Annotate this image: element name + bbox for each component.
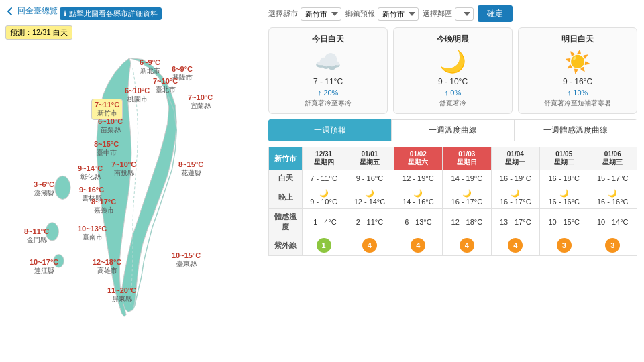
feels-temp-2: 2 - 11°C [345,209,394,235]
tonight-temp: 9 - 10°C [399,77,506,86]
back-label: 回全臺總覽 [17,5,58,17]
uv-1: 1 [303,235,345,256]
night-temp-4: 🌙 16 - 17°C [443,186,491,209]
date-0103: 01/03 星期日 [443,147,491,170]
uv-badge-1: 1 [317,238,331,253]
tomorrow-temp: 9 - 16°C [524,77,631,86]
day-temp-4: 14 - 19°C [443,170,491,186]
tomorrow-card: 明日白天 ☀️ 9 - 16°C ↑ 10% 舒寬著冷至短袖著寒暑 [518,27,637,114]
uv-6: 3 [540,235,588,256]
day-temp-3: 12 - 19°C [394,170,442,186]
uv-badge-4: 4 [460,238,474,253]
town-dropdown-label: 鄉鎮預報 [345,9,375,19]
night-icon-1: 🌙 [319,189,329,197]
feels-temp-1: -1 - 4°C [303,209,345,235]
row-label-night: 晚上 [269,186,303,209]
tab-temp-curve[interactable]: 一週溫度曲線 [391,119,514,141]
today-card: 今日白天 ☁️ 7 - 11°C ↑ 20% 舒寬著冷至寒冷 [268,27,388,114]
date-0105: 01/05 星期二 [540,147,588,170]
tonight-desc: 舒寬著冷 [399,99,506,108]
tomorrow-icon: ☀️ [524,49,631,74]
today-rain: ↑ 20% [274,88,382,97]
night-temp-6: 🌙 16 - 16°C [540,186,588,209]
feels-temp-6: 10 - 15°C [540,209,588,235]
uv-badge-3: 4 [411,238,425,253]
night-icon-2: 🌙 [365,189,374,197]
date-0104: 01/04 星期一 [491,147,539,170]
uv-2: 4 [345,235,394,256]
tonight-card: 今晚明晨 🌙 9 - 10°C ↑ 0% 舒寬著冷 [393,27,513,114]
uv-badge-2: 4 [362,238,377,253]
tonight-icon: 🌙 [399,49,506,74]
svg-point-1 [46,222,59,240]
night-icon-6: 🌙 [559,189,569,197]
row-label-day: 白天 [269,170,303,186]
day-temp-1: 7 - 11°C [303,170,345,186]
town-dropdown[interactable]: 新竹市 [378,7,419,21]
night-icon-5: 🌙 [511,189,520,197]
svg-point-2 [54,254,64,267]
uv-3: 4 [394,235,442,256]
tab-feels-curve[interactable]: 一週體感溫度曲線 [515,119,637,141]
left-panel: 回全臺總覽 ℹ 點擊此圖看各縣市詳細資料 預測：12/31 白天 [0,0,262,362]
day-temp-7: 15 - 17°C [588,170,637,186]
uv-badge-5: 4 [508,238,523,253]
zone-dropdown-label: 選擇鄰區 [423,9,452,19]
today-desc: 舒寬著冷至寒冷 [274,99,382,108]
back-button[interactable]: 回全臺總覽 [5,5,58,17]
info-icon: ℹ [64,9,66,18]
table-city-header: 新竹市 [269,147,303,170]
uv-badge-6: 3 [557,238,572,253]
forecast-table: 新竹市 12/31 星期四 01/01 星期五 01/02 星期六 01/03 [268,147,637,256]
date-0106: 01/06 星期三 [588,147,637,170]
night-temp-3: 🌙 14 - 16°C [394,186,442,209]
day-temp-5: 16 - 19°C [491,170,539,186]
table-row-uv: 紫外線 1 4 4 4 4 3 3 [269,235,637,256]
night-temp-1: 🌙 9 - 10°C [303,186,345,209]
zone-dropdown-group: 選擇鄰區 [423,7,474,21]
forecast-label: 預測：12/31 白天 [5,25,72,40]
city-dropdown[interactable]: 新竹市 [301,7,341,21]
row-label-uv: 紫外線 [269,235,303,256]
taiwan-map [5,45,254,326]
tabs-row: 一週預報 一週溫度曲線 一週體感溫度曲線 [268,119,637,141]
map-area[interactable]: 6~9°C 基隆市 6~9°C 新北市 7~10°C 臺北市 7~10°C 宜蘭… [5,45,254,326]
weather-cards: 今日白天 ☁️ 7 - 11°C ↑ 20% 舒寬著冷至寒冷 今晚明晨 🌙 9 … [268,27,637,114]
today-period: 今日白天 [274,34,382,45]
city-dropdown-group: 選擇縣市 新竹市 [268,7,341,21]
feels-temp-5: 13 - 17°C [491,209,539,235]
city-dropdown-label: 選擇縣市 [268,9,298,19]
day-temp-2: 9 - 16°C [345,170,394,186]
uv-7: 3 [588,235,637,256]
feels-temp-4: 12 - 18°C [443,209,491,235]
svg-point-0 [55,176,70,199]
today-icon: ☁️ [274,49,382,74]
night-temp-7: 🌙 16 - 16°C [588,186,637,209]
table-row-night: 晚上 🌙 9 - 10°C 🌙 12 - 14°C 🌙 14 - 16°C [269,186,637,209]
night-icon-3: 🌙 [413,189,423,197]
tab-weekly-forecast[interactable]: 一週預報 [268,119,391,141]
uv-5: 4 [491,235,539,256]
date-1231: 12/31 星期四 [303,147,345,170]
tomorrow-desc: 舒寬著冷至短袖著寒暑 [524,99,631,108]
feels-temp-3: 6 - 13°C [394,209,442,235]
night-temp-2: 🌙 12 - 14°C [345,186,394,209]
confirm-button[interactable]: 確定 [478,5,513,22]
today-temp: 7 - 11°C [274,77,382,86]
tonight-period: 今晚明晨 [399,34,506,45]
date-0102: 01/02 星期六 [394,147,442,170]
right-panel: 選擇縣市 新竹市 鄉鎮預報 新竹市 選擇鄰區 確定 今 [262,0,644,362]
night-temp-5: 🌙 16 - 17°C [491,186,539,209]
town-dropdown-group: 鄉鎮預報 新竹市 [345,7,419,21]
night-icon-7: 🌙 [608,189,617,197]
zone-dropdown[interactable] [455,7,474,21]
dropdowns-row: 選擇縣市 新竹市 鄉鎮預報 新竹市 選擇鄰區 確定 [268,5,637,22]
table-row-feels: 體感溫度 -1 - 4°C 2 - 11°C 6 - 13°C 12 - 18°… [269,209,637,235]
tomorrow-period: 明日白天 [524,34,631,45]
night-icon-4: 🌙 [462,189,472,197]
date-0101: 01/01 星期五 [345,147,394,170]
feels-temp-7: 10 - 14°C [588,209,637,235]
info-button[interactable]: ℹ 點擊此圖看各縣市詳細資料 [60,7,162,20]
info-label: 點擊此圖看各縣市詳細資料 [69,9,158,19]
tomorrow-rain: ↑ 10% [524,88,631,97]
